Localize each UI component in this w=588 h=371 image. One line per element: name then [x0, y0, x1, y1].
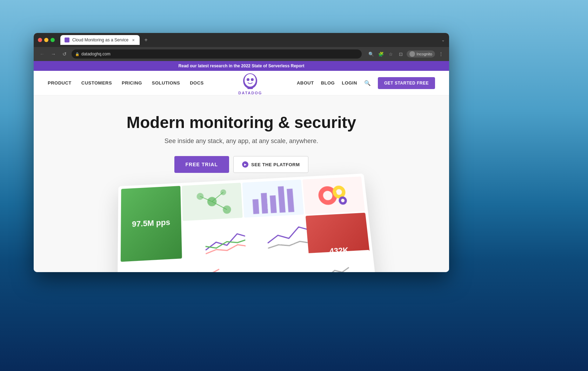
traffic-lights	[38, 38, 55, 42]
svg-point-7	[220, 189, 226, 195]
dashboard-mockup: 97.5M pps	[117, 174, 377, 272]
maximize-button[interactable]	[51, 38, 55, 42]
svg-rect-4	[247, 87, 253, 89]
search-icon-nav[interactable]: 🔍	[364, 80, 371, 86]
tab-expand-icon[interactable]: ⌄	[441, 38, 445, 42]
svg-line-10	[212, 192, 223, 202]
profile-chip[interactable]: Incognito	[407, 50, 435, 58]
svg-rect-16	[287, 189, 294, 212]
nav-blog[interactable]: BLOG	[321, 80, 335, 86]
address-input[interactable]: 🔒 datadoghq.com	[72, 49, 362, 59]
dashboard-panel-network	[182, 183, 242, 221]
chart2	[302, 176, 365, 214]
announcement-banner[interactable]: Read our latest research in the 2022 Sta…	[34, 61, 449, 71]
nav-docs[interactable]: DOCS	[190, 80, 204, 86]
nav-right: ABOUT BLOG LOGIN 🔍 GET STARTED FREE	[297, 77, 435, 89]
nav-pricing[interactable]: PRICING	[122, 80, 142, 86]
dashboard-panel-green: 97.5M pps	[121, 186, 182, 262]
sidebar-icon[interactable]: ⊡	[397, 50, 405, 58]
see-platform-button[interactable]: ▶ SEE THE PLATFORM	[233, 156, 308, 173]
nav-login[interactable]: LOGIN	[342, 80, 357, 86]
free-trial-button[interactable]: FREE TRIAL	[174, 156, 229, 173]
see-platform-label: SEE THE PLATFORM	[251, 162, 300, 167]
announcement-text: Read our latest research in the 2022 Sta…	[179, 63, 305, 68]
address-bar: ← → ↺ 🔒 datadoghq.com 🔍 🧩 ☆ ⊡ Incognito …	[34, 47, 449, 61]
main-nav: PRODUCT CUSTOMERS PRICING SOLUTIONS DOCS…	[34, 71, 449, 95]
logo-icon	[240, 71, 261, 92]
dashboard-panel-chart2	[302, 176, 365, 214]
logo-text: DATADOG	[238, 91, 262, 95]
network-chart	[182, 183, 242, 221]
chart1	[242, 180, 304, 217]
nav-left: PRODUCT CUSTOMERS PRICING SOLUTIONS DOCS	[48, 80, 204, 86]
tab-close-icon[interactable]: ✕	[131, 38, 135, 42]
svg-rect-12	[253, 199, 259, 214]
svg-point-8	[223, 205, 231, 214]
profile-name: Incognito	[416, 52, 432, 56]
tab-bar: Cloud Monitoring as a Service ✕ + ⌄	[60, 35, 445, 45]
nav-customers[interactable]: CUSTOMERS	[81, 80, 112, 86]
tab-title: Cloud Monitoring as a Service	[72, 38, 128, 42]
extension-icon[interactable]: 🧩	[377, 50, 385, 58]
page-content: Read our latest research in the 2022 Sta…	[34, 61, 449, 272]
hero-section: Modern monitoring & security See inside …	[34, 95, 449, 272]
dashboard-grid: 97.5M pps	[117, 174, 377, 272]
nav-solutions[interactable]: SOLUTIONS	[152, 80, 180, 86]
hero-buttons: FREE TRIAL ▶ SEE THE PLATFORM	[174, 156, 309, 173]
search-icon[interactable]: 🔍	[367, 50, 375, 58]
svg-point-19	[340, 197, 346, 203]
reload-button[interactable]: ↺	[60, 50, 69, 58]
profile-avatar	[409, 51, 415, 57]
lock-icon: 🔒	[75, 52, 79, 56]
nav-about[interactable]: ABOUT	[297, 80, 314, 86]
back-button[interactable]: ←	[38, 50, 46, 58]
forward-button[interactable]: →	[49, 50, 58, 58]
new-tab-button[interactable]: +	[141, 35, 151, 45]
active-tab[interactable]: Cloud Monitoring as a Service ✕	[60, 35, 140, 45]
dashboard-panel-chart1	[242, 180, 304, 217]
svg-rect-14	[270, 195, 277, 213]
toolbar-icons: 🔍 🧩 ☆ ⊡ Incognito ⋮	[367, 50, 445, 58]
hero-title: Modern monitoring & security	[127, 113, 356, 132]
svg-point-1	[245, 74, 256, 87]
svg-point-18	[334, 187, 344, 197]
svg-point-2	[247, 78, 249, 81]
play-icon: ▶	[242, 161, 248, 168]
svg-rect-13	[261, 193, 268, 214]
stat-pps: 97.5M pps	[132, 217, 170, 229]
logo[interactable]: DATADOG	[238, 71, 262, 95]
svg-rect-15	[278, 186, 286, 213]
browser-menu-icon[interactable]: ⋮	[437, 50, 445, 58]
title-bar: Cloud Monitoring as a Service ✕ + ⌄	[34, 33, 449, 47]
minimize-button[interactable]	[44, 38, 48, 42]
bookmark-icon[interactable]: ☆	[387, 50, 395, 58]
tab-favicon-icon	[65, 38, 69, 42]
get-started-button[interactable]: GET STARTED FREE	[378, 77, 435, 89]
svg-point-3	[251, 78, 254, 81]
close-button[interactable]	[38, 38, 42, 42]
url-display: datadoghq.com	[81, 52, 111, 56]
nav-product[interactable]: PRODUCT	[48, 80, 72, 86]
hero-subtitle: See inside any stack, any app, at any sc…	[165, 137, 318, 145]
browser-window: Cloud Monitoring as a Service ✕ + ⌄ ← → …	[34, 33, 449, 272]
